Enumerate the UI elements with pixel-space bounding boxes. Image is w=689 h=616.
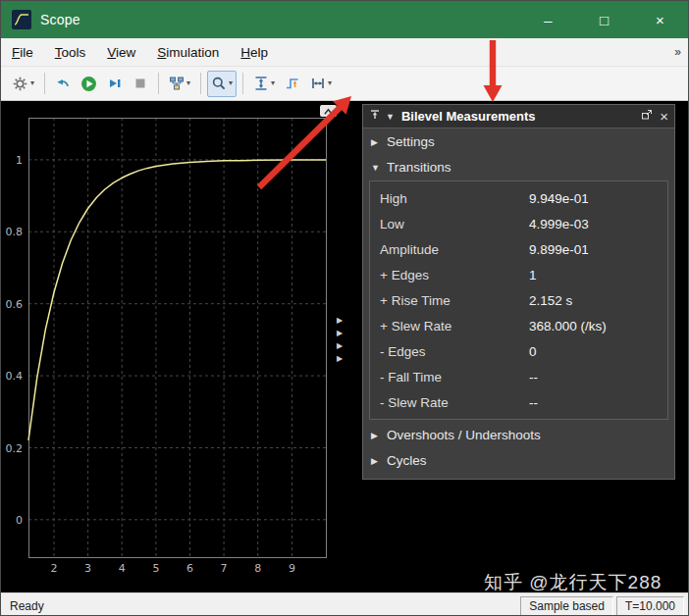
section-cycles[interactable]: ▶ Cycles [363,448,674,473]
settings-button[interactable]: ▾ [8,71,38,97]
axes-expand-button[interactable] [320,105,337,117]
zoom-icon [211,76,227,91]
fit-to-view-button[interactable]: ▾ [249,71,279,97]
step-back-button[interactable] [51,71,75,97]
svg-text:0.6: 0.6 [6,298,24,311]
stop-button[interactable] [129,71,152,97]
section-overshoots-undershoots[interactable]: ▶ Overshoots / Undershoots [363,423,674,447]
svg-text:0.2: 0.2 [6,442,24,455]
trigger-icon [285,76,300,91]
expand-triangle-icon: ▶ [371,137,381,147]
scope-canvas[interactable]: 2345678900.20.40.60.81 ▶ ▶ ▶ ▶ [1,101,688,592]
zoom-button[interactable]: ▾ [207,71,237,97]
svg-text:0.8: 0.8 [6,226,24,238]
sample-mode-cell: Sample based [520,596,613,616]
section-transitions[interactable]: ▼ Transitions [363,155,674,180]
watermark: 知乎 @龙行天下288 [484,570,662,595]
maximize-button[interactable]: □ [576,1,632,38]
svg-text:7: 7 [221,562,228,575]
row-value: -- [529,370,538,385]
svg-text:5: 5 [152,562,159,575]
toolbar-separator [200,73,201,94]
row-fall-time: - Fall Time -- [370,364,667,389]
expand-axes-icon [322,107,335,116]
dropdown-caret-icon: ▾ [30,79,34,87]
measurements-icon [310,76,326,91]
row-neg-slew-rate: - Slew Rate -- [370,389,667,415]
row-label: - Fall Time [380,370,529,385]
section-label: Settings [387,134,435,149]
toolbar: ▾ [1,67,688,101]
row-rise-time: + Rise Time 2.152 s [370,287,667,313]
row-label: + Slew Rate [380,319,529,334]
svg-text:2: 2 [51,562,58,575]
menubar: File Tools View Simulation Help » [1,38,688,67]
row-value: 1 [529,268,537,282]
row-value: -- [529,395,538,410]
panel-collapse-handle[interactable]: ▶ ▶ ▶ ▶ [337,316,343,364]
section-settings[interactable]: ▶ Settings [363,129,674,154]
menu-item-help[interactable]: Help [230,45,279,60]
row-label: - Slew Rate [380,395,529,410]
step-back-icon [55,76,71,91]
panel-pin-icon[interactable] [369,109,381,124]
step-forward-icon [107,76,123,91]
row-value: 9.949e-01 [529,191,589,206]
dropdown-caret-icon: ▾ [229,79,233,87]
transitions-measurements-box: High 9.949e-01 Low 4.999e-03 Amplitude 9… [369,180,668,420]
menu-overflow-chevron-icon[interactable]: » [674,45,688,59]
menu-item-file[interactable]: File [1,45,44,60]
chevron-right-icon: ▶ [337,329,343,338]
section-label: Cycles [387,453,427,468]
menu-item-view[interactable]: View [96,45,146,60]
dropdown-caret-icon: ▾ [271,79,275,87]
collapse-triangle-icon: ▼ [371,163,381,173]
svg-text:4: 4 [119,562,126,575]
status-cells: Sample based T=10.000 [520,596,684,616]
window-controls: – □ × [520,1,688,38]
dropdown-caret-icon: ▾ [186,79,190,87]
row-value: 0 [529,344,537,359]
row-pos-slew-rate: + Slew Rate 368.000 (/ks) [370,313,667,338]
chevron-right-icon: ▶ [337,341,343,351]
svg-text:3: 3 [84,562,91,575]
chevron-right-icon: ▶ [337,316,343,326]
panel-header[interactable]: ▼ Bilevel Measurements × [363,105,674,128]
row-label: + Edges [380,268,529,282]
row-value: 368.000 (/ks) [529,319,607,334]
chevron-right-icon: ▶ [337,354,343,364]
sim-time-cell: T=10.000 [616,596,684,616]
row-value: 2.152 s [529,293,572,308]
panel-collapse-icon[interactable]: ▼ [386,112,395,122]
row-amplitude: Amplitude 9.899e-01 [370,236,667,262]
trigger-button[interactable] [281,71,304,97]
close-button[interactable]: × [632,1,688,38]
menu-item-simulation[interactable]: Simulation [146,45,230,60]
gear-icon [12,76,28,92]
measurements-button[interactable]: ▾ [306,71,336,97]
svg-text:0.4: 0.4 [6,370,24,383]
svg-text:9: 9 [289,562,295,575]
row-label: - Edges [380,344,529,359]
toolbar-separator [44,73,45,94]
stop-icon [132,76,148,91]
minimize-button[interactable]: – [520,1,576,38]
fit-to-view-icon [253,76,269,91]
panel-close-button[interactable]: × [660,110,668,124]
expand-triangle-icon: ▶ [371,456,381,466]
row-pos-edges: + Edges 1 [370,262,667,287]
svg-text:8: 8 [254,562,261,575]
highlight-simulink-block-button[interactable]: ▾ [165,71,194,97]
run-button[interactable] [77,71,101,97]
step-forward-button[interactable] [103,71,127,97]
row-label: High [380,191,529,206]
statusbar: Ready Sample based T=10.000 [1,592,688,616]
panel-float-icon[interactable] [641,109,653,124]
panel-title: Bilevel Measurements [401,109,536,124]
menu-item-tools[interactable]: Tools [44,45,97,60]
window-title: Scope [40,12,80,27]
svg-text:1: 1 [16,154,23,167]
bilevel-measurements-panel: ▼ Bilevel Measurements × ▶ Settings [362,104,675,480]
svg-text:0: 0 [16,514,23,527]
titlebar: Scope – □ × [1,1,688,38]
